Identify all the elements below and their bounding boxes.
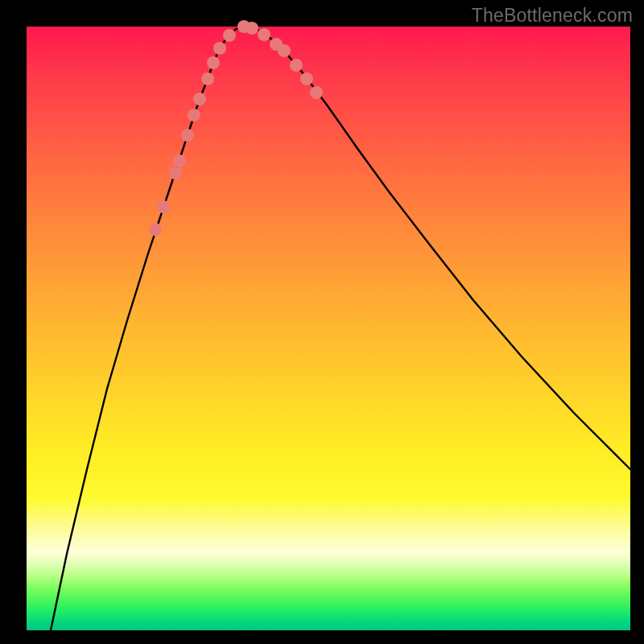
sample-point [149, 223, 162, 236]
chart-frame: TheBottleneck.com [0, 0, 644, 644]
sample-point [201, 72, 214, 85]
sample-point [207, 56, 220, 69]
watermark-text: TheBottleneck.com [472, 5, 633, 27]
sample-point [290, 59, 303, 72]
sample-point [246, 22, 258, 35]
sample-point [193, 93, 206, 105]
sample-point [300, 72, 313, 85]
sample-point [169, 167, 182, 180]
sample-point [310, 86, 323, 99]
sample-point [157, 200, 170, 213]
bottleneck-curve [51, 27, 630, 630]
sample-point [173, 155, 186, 167]
sample-point [213, 42, 226, 55]
sample-points [149, 20, 323, 236]
chart-svg [27, 27, 630, 630]
sample-point [258, 28, 270, 41]
sample-point [188, 109, 200, 122]
sample-point [223, 29, 236, 42]
sample-point [181, 129, 194, 142]
sample-point [278, 44, 291, 57]
